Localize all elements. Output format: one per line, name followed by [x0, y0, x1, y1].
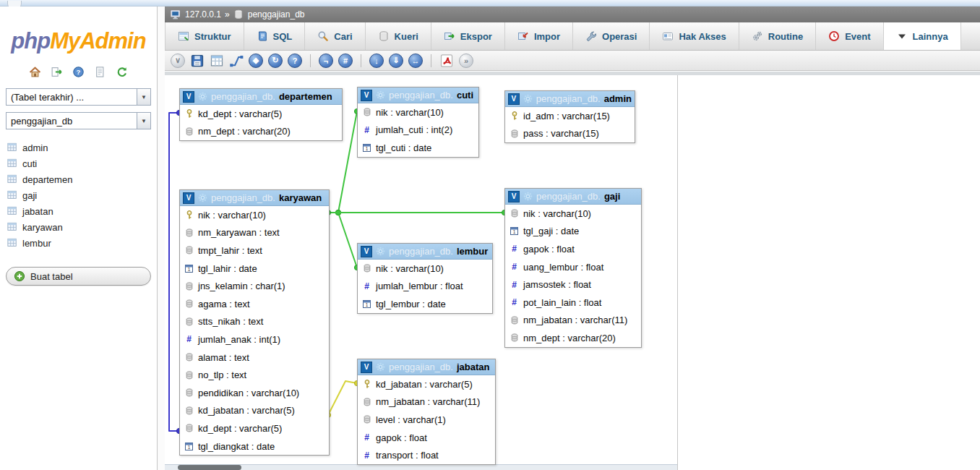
more-icon[interactable]: » [459, 54, 473, 68]
tab-ekspor[interactable]: Ekspor [431, 22, 505, 50]
field-row-kd_jabatan[interactable]: kd_jabatan : varchar(5) [358, 375, 495, 393]
field-row-nik[interactable]: nik : varchar(10) [505, 205, 641, 223]
field-row-pass[interactable]: pass : varchar(15) [505, 125, 635, 143]
horizontal-scrollbar-track[interactable] [165, 464, 677, 470]
field-row-tgl_lembur[interactable]: 1tgl_lembur : date [358, 295, 492, 313]
designer-table-header[interactable]: Vpenggajian_db.admin [505, 91, 635, 107]
breadcrumb-server-link[interactable]: 127.0.0.1 [185, 9, 221, 20]
sidebar-item-lembur[interactable]: lembur [7, 235, 157, 251]
field-row-no_tlp[interactable]: no_tlp : text [180, 366, 329, 384]
toggle-view-badge[interactable]: V [508, 93, 520, 105]
toggle-view-badge[interactable]: V [508, 191, 520, 202]
sidebar-item-admin[interactable]: admin [7, 140, 157, 155]
home-icon[interactable] [29, 66, 41, 78]
field-row-jamsostek[interactable]: #jamsostek : float [505, 275, 641, 294]
reload-icon[interactable]: ↻ [268, 54, 283, 68]
field-row-tgl_diangkat[interactable]: 1tgl_diangkat : date [180, 437, 329, 456]
tab-operasi[interactable]: Operasi [573, 22, 650, 50]
arrow-bottom-icon[interactable]: ⇓ [389, 54, 403, 68]
designer-table-header[interactable]: Vpenggajian_db.lembur [358, 244, 492, 260]
chevron-down-icon[interactable]: ▼ [137, 89, 150, 105]
sidebar-item-jabatan[interactable]: jabatan [7, 203, 157, 219]
refresh-icon[interactable] [116, 66, 128, 78]
toggle-view-badge[interactable]: V [361, 246, 372, 257]
tab-impor[interactable]: Impor [505, 22, 573, 50]
recent-table-select[interactable]: (Tabel terakhir) ... ▼ [6, 88, 151, 106]
pdf-export-icon[interactable] [439, 54, 454, 68]
field-row-pot_lain_lain[interactable]: #pot_lain_lain : float [505, 294, 641, 312]
tab-kueri[interactable]: Kueri [366, 22, 431, 50]
field-row-nm_karyawan[interactable]: nm_karyawan : text [180, 224, 329, 242]
field-row-id_adm[interactable]: id_adm : varchar(15) [505, 107, 635, 125]
tab-struktur[interactable]: Struktur [165, 22, 244, 50]
sidebar-item-karyawan[interactable]: karyawan [7, 219, 157, 235]
relation-line-icon[interactable] [229, 54, 244, 68]
tab-lainnya[interactable]: Lainnya [884, 22, 961, 50]
tab-event[interactable]: Event [816, 22, 883, 50]
fullscreen-icon[interactable]: ↔ [408, 54, 423, 68]
field-row-jumlah_anak[interactable]: #jumlah_anak : int(1) [180, 330, 329, 349]
field-row-nik[interactable]: nik : varchar(10) [358, 103, 478, 121]
table-list-icon[interactable] [210, 54, 224, 68]
field-row-kd_jabatan[interactable]: kd_jabatan : varchar(5) [180, 402, 329, 420]
field-row-alamat[interactable]: alamat : text [180, 349, 329, 367]
field-row-level[interactable]: level : varchar(1) [358, 411, 495, 429]
field-row-stts_nikah[interactable]: stts_nikah : text [180, 313, 329, 331]
relation-karyawan-lembur[interactable] [338, 213, 357, 268]
tab-sql[interactable]: SQL [244, 22, 306, 50]
arrow-down-icon[interactable]: ↓ [369, 54, 384, 68]
field-row-jumlah_lembur[interactable]: #jumlah_lembur : float [358, 278, 492, 296]
grid-snap-icon[interactable]: # [338, 54, 353, 68]
designer-table-header[interactable]: Vpenggajian_db.karyawan [180, 190, 329, 206]
tab-hak-akses[interactable]: Hak Akses [650, 22, 739, 50]
toggle-view-badge[interactable]: V [361, 362, 372, 373]
field-row-nik[interactable]: nik : varchar(10) [180, 206, 329, 224]
field-row-tgl_lahir[interactable]: 1tgl_lahir : date [180, 260, 329, 278]
sidebar-item-gaji[interactable]: gaji [7, 187, 157, 203]
field-row-kd_dept[interactable]: kd_dept : varchar(5) [180, 105, 342, 123]
toggle-view-badge[interactable]: V [361, 90, 372, 101]
field-row-kd_dept[interactable]: kd_dept : varchar(5) [180, 419, 329, 437]
field-row-agama[interactable]: agama : text [180, 295, 329, 313]
field-row-nm_jabatan[interactable]: nm_jabatan : varchar(11) [505, 312, 641, 330]
relation-jabatan-karyawan[interactable] [328, 381, 357, 415]
designer-table-header[interactable]: Vpenggajian_db.cuti [358, 87, 478, 103]
field-row-nm_dept[interactable]: nm_dept : varchar(20) [180, 123, 342, 141]
create-table-button[interactable]: Buat tabel [6, 267, 151, 286]
designer-table-header[interactable]: Vpenggajian_db.departemen [180, 89, 342, 105]
designer-table-header[interactable]: Vpenggajian_db.gaji [505, 189, 641, 205]
menu-toggle-icon[interactable]: ∨ [171, 54, 185, 68]
breadcrumb-database-link[interactable]: penggajian_db [248, 9, 305, 20]
field-row-jumlah_cuti[interactable]: #jumlah_cuti : int(2) [358, 121, 478, 140]
horizontal-scrollbar-thumb[interactable] [178, 465, 241, 470]
designer-canvas[interactable]: Vpenggajian_db.departemenkd_dept : varch… [165, 75, 980, 470]
angular-link-icon[interactable]: ¬ [319, 54, 333, 68]
field-row-tgl_cuti[interactable]: 1tgl_cuti : date [358, 139, 478, 157]
sidebar-item-departemen[interactable]: departemen [7, 171, 157, 187]
field-row-jns_kelamin[interactable]: jns_kelamin : char(1) [180, 277, 329, 295]
designer-table-header[interactable]: Vpenggajian_db.jabatan [358, 359, 495, 375]
logout-icon[interactable] [51, 66, 63, 78]
tab-cari[interactable]: Cari [305, 22, 365, 50]
field-row-tgl_gaji[interactable]: 1tgl_gaji : date [505, 223, 641, 241]
field-row-uang_lembur[interactable]: #uang_lembur : float [505, 258, 641, 276]
docs-icon[interactable] [94, 66, 106, 78]
sidebar-item-cuti[interactable]: cuti [7, 155, 157, 171]
field-row-gapok[interactable]: #gapok : float [358, 429, 495, 447]
sidebar-resize-handle[interactable] [158, 7, 165, 470]
field-row-nm_jabatan[interactable]: nm_jabatan : varchar(11) [358, 393, 495, 411]
field-row-gapok[interactable]: #gapok : float [505, 240, 641, 258]
field-row-nik[interactable]: nik : varchar(10) [358, 260, 492, 278]
help-icon[interactable]: ? [72, 66, 85, 78]
field-row-nm_dept[interactable]: nm_dept : varchar(20) [505, 329, 641, 347]
field-row-transport[interactable]: #transport : float [358, 446, 495, 464]
help-circle-icon[interactable]: ? [288, 54, 302, 68]
new-relation-icon[interactable]: ◆ [249, 54, 263, 68]
toggle-view-badge[interactable]: V [183, 192, 194, 204]
field-row-pendidikan[interactable]: pendidikan : varchar(10) [180, 384, 329, 402]
tab-routine[interactable]: Routine [739, 22, 816, 50]
chevron-down-icon[interactable]: ▼ [137, 113, 150, 129]
relation-departemen-karyawan[interactable] [169, 113, 179, 431]
toggle-view-badge[interactable]: V [183, 91, 194, 103]
database-select[interactable]: penggajian_db ▼ [6, 112, 151, 129]
